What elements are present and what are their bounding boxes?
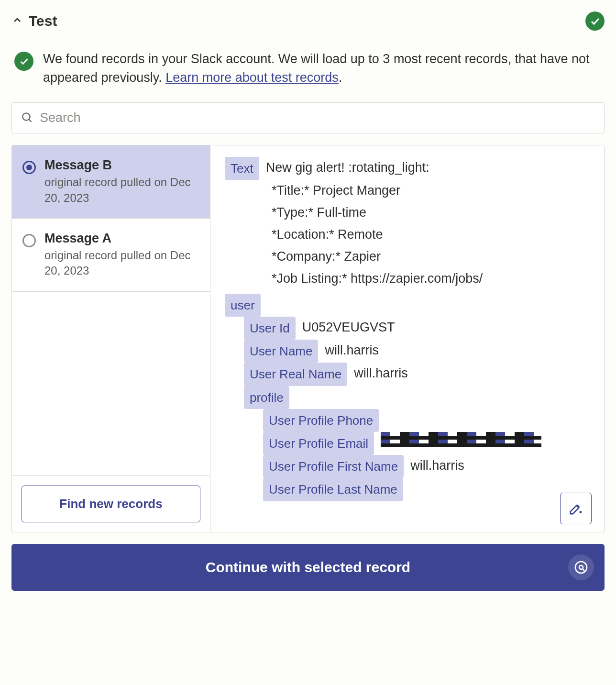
field-label-user: user bbox=[225, 294, 261, 317]
status-success-icon bbox=[585, 11, 605, 31]
field-label-phone: User Profile Phone bbox=[263, 409, 379, 432]
continue-button[interactable]: Continue with selected record bbox=[11, 544, 605, 591]
edit-button[interactable] bbox=[560, 493, 592, 524]
section-header: Test bbox=[11, 11, 605, 31]
help-icon[interactable] bbox=[568, 554, 594, 580]
search-icon bbox=[21, 111, 33, 125]
field-value-line: *Company:* Zapier bbox=[272, 246, 590, 268]
svg-point-0 bbox=[22, 113, 30, 120]
section-title: Test bbox=[29, 13, 57, 29]
record-title: Message A bbox=[44, 231, 199, 246]
field-value: New gig alert! :rotating_light: bbox=[266, 157, 429, 179]
field-value: will.harris bbox=[325, 340, 379, 362]
field-label-text: Text bbox=[225, 157, 259, 180]
radio-unselected-icon bbox=[22, 234, 36, 247]
field-label-user-id: User Id bbox=[244, 317, 296, 340]
record-title: Message B bbox=[44, 158, 199, 173]
field-value-line: *Title:* Project Manger bbox=[272, 180, 590, 202]
record-subtitle: original record pulled on Dec 20, 2023 bbox=[44, 175, 199, 206]
info-banner: We found records in your Slack account. … bbox=[11, 50, 605, 87]
field-value-line: *Type:* Full-time bbox=[272, 202, 590, 224]
search-box[interactable] bbox=[11, 102, 605, 133]
record-item-message-a[interactable]: Message A original record pulled on Dec … bbox=[12, 219, 210, 292]
record-item-message-b[interactable]: Message B original record pulled on Dec … bbox=[12, 145, 210, 219]
info-text: We found records in your Slack account. … bbox=[43, 50, 605, 87]
field-value: will.harris bbox=[354, 363, 408, 385]
record-list-pane: Message B original record pulled on Dec … bbox=[12, 145, 210, 532]
field-label-email: User Profile Email bbox=[263, 432, 374, 455]
field-label-user-name: User Name bbox=[244, 340, 318, 363]
svg-point-4 bbox=[575, 562, 587, 573]
svg-line-1 bbox=[29, 119, 31, 122]
check-icon bbox=[14, 52, 33, 71]
search-input[interactable] bbox=[40, 110, 595, 125]
field-label-first-name: User Profile First Name bbox=[263, 455, 404, 478]
chevron-up-icon[interactable] bbox=[11, 14, 23, 28]
record-browser: Message B original record pulled on Dec … bbox=[11, 145, 605, 532]
redacted-value bbox=[381, 432, 541, 447]
field-label-profile: profile bbox=[244, 386, 289, 409]
find-new-records-button[interactable]: Find new records bbox=[22, 486, 200, 522]
record-detail-pane: Text New gig alert! :rotating_light: *Ti… bbox=[210, 145, 604, 532]
field-value-line: *Job Listing:* https://zapier.com/jobs/ bbox=[272, 268, 590, 290]
field-value: will.harris bbox=[410, 455, 464, 477]
field-value: U052VEUGVST bbox=[302, 317, 395, 339]
svg-point-5 bbox=[579, 565, 583, 569]
info-text-part2: . bbox=[339, 70, 342, 85]
field-label-last-name: User Profile Last Name bbox=[263, 478, 403, 501]
radio-selected-icon bbox=[22, 161, 36, 174]
learn-more-link[interactable]: Learn more about test records bbox=[165, 70, 339, 85]
continue-button-label: Continue with selected record bbox=[206, 559, 410, 575]
field-label-user-real-name: User Real Name bbox=[244, 363, 347, 386]
record-subtitle: original record pulled on Dec 20, 2023 bbox=[44, 248, 199, 279]
field-value-line: *Location:* Remote bbox=[272, 224, 590, 246]
